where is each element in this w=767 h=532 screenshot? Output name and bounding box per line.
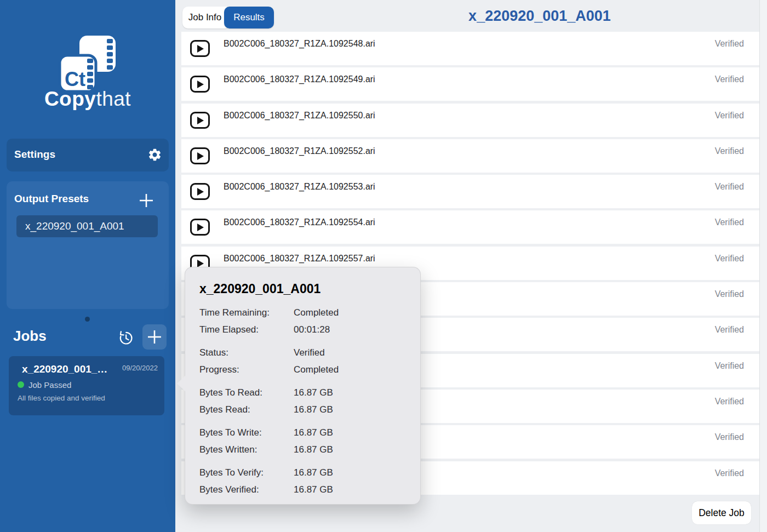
file-status: Verified	[715, 254, 744, 264]
table-row[interactable]: B002C006_180327_R1ZA.1092553.ari Verifie…	[181, 175, 759, 208]
file-name: B002C006_180327_R1ZA.1092553.ari	[224, 182, 375, 192]
file-status: Verified	[715, 289, 744, 299]
app-logo-icon: Ct	[58, 34, 117, 95]
table-row[interactable]: B002C006_180327_R1ZA.1092550.ari Verifie…	[181, 104, 759, 137]
detail-label: Bytes Read:	[199, 404, 294, 415]
add-job-button[interactable]	[142, 324, 167, 350]
popover-detail-row: Progress: Completed	[199, 361, 406, 378]
file-name: B002C006_180327_R1ZA.1092549.ari	[224, 75, 375, 84]
file-name: B002C006_180327_R1ZA.1092557.ari	[224, 254, 375, 264]
preset-item-label: x_220920_001_A001	[25, 220, 124, 232]
detail-value: 16.87 GB	[294, 467, 333, 478]
play-button[interactable]	[190, 112, 210, 129]
file-status: Verified	[715, 75, 744, 84]
preset-item[interactable]: x_220920_001_A001	[16, 215, 158, 237]
detail-value: 16.87 GB	[294, 387, 333, 398]
file-status: Verified	[715, 218, 744, 227]
popover-detail-row: Bytes Written: 16.87 GB	[199, 441, 406, 458]
output-presets-title: Output Presets	[14, 193, 89, 205]
file-status: Verified	[715, 182, 744, 192]
file-name: B002C006_180327_R1ZA.1092554.ari	[224, 218, 375, 227]
detail-label: Bytes Verified:	[199, 484, 294, 495]
table-row[interactable]: B002C006_180327_R1ZA.1092552.ari Verifie…	[181, 139, 759, 173]
file-name: B002C006_180327_R1ZA.1092552.ari	[224, 146, 375, 156]
play-button[interactable]	[190, 76, 210, 93]
detail-value: 16.87 GB	[294, 484, 333, 495]
file-status: Verified	[715, 325, 744, 335]
detail-value: Verified	[294, 347, 325, 358]
sidebar: Ct Copythat Settings Output Presets x_22…	[0, 0, 175, 532]
jobs-title: Jobs	[13, 328, 47, 345]
play-icon	[197, 152, 204, 160]
job-card-title: x_220920_001_…	[22, 363, 107, 375]
page-title: x_220920_001_A001	[416, 8, 663, 25]
file-status: Verified	[715, 146, 744, 156]
tab-job-info[interactable]: Job Info	[182, 7, 227, 28]
file-name: B002C006_180327_R1ZA.1092550.ari	[224, 111, 375, 121]
job-detail-popover: x_220920_001_A001 Time Remaining: Comple…	[185, 267, 421, 505]
play-button[interactable]	[190, 147, 210, 164]
plus-icon	[146, 328, 163, 346]
job-status-detail: All files copied and verified	[18, 394, 105, 402]
pager-dot	[85, 317, 90, 322]
popover-detail-list: Time Remaining: Completed Time Elapsed: …	[199, 304, 406, 498]
play-icon	[197, 81, 204, 88]
settings-label: Settings	[14, 148, 55, 161]
detail-label: Bytes To Write:	[199, 427, 294, 438]
table-row[interactable]: B002C006_180327_R1ZA.1092548.ari Verifie…	[181, 32, 759, 65]
table-row[interactable]: B002C006_180327_R1ZA.1092549.ari Verifie…	[181, 67, 759, 101]
popover-detail-row: Bytes To Write: 16.87 GB	[199, 424, 406, 441]
detail-value: Completed	[294, 307, 339, 318]
detail-value: 16.87 GB	[294, 427, 333, 438]
detail-value: Completed	[294, 364, 339, 375]
detail-label: Status:	[199, 347, 294, 358]
file-status: Verified	[715, 111, 744, 121]
detail-value: 00:01:28	[294, 324, 330, 335]
detail-label: Time Remaining:	[199, 307, 294, 318]
popover-title: x_220920_001_A001	[199, 282, 320, 296]
play-button[interactable]	[190, 183, 210, 200]
popover-detail-row: Bytes Read: 16.87 GB	[199, 401, 406, 418]
play-icon	[197, 188, 204, 196]
detail-label: Bytes To Verify:	[199, 467, 294, 478]
popover-detail-row: Status: Verified	[199, 344, 406, 361]
tab-results[interactable]: Results	[224, 7, 274, 28]
play-icon	[197, 45, 204, 53]
play-icon	[197, 224, 204, 231]
popover-detail-row: Bytes To Read: 16.87 GB	[199, 384, 406, 401]
table-row[interactable]: B002C006_180327_R1ZA.1092554.ari Verifie…	[181, 210, 759, 244]
detail-value: 16.87 GB	[294, 444, 333, 455]
popover-detail-row: Time Elapsed: 00:01:28	[199, 321, 406, 338]
detail-value: 16.87 GB	[294, 404, 333, 415]
delete-job-button[interactable]: Delete Job	[692, 501, 751, 524]
gear-icon[interactable]	[147, 147, 162, 162]
detail-label: Bytes To Read:	[199, 387, 294, 398]
play-icon	[197, 117, 204, 124]
popover-detail-row: Bytes To Verify: 16.87 GB	[199, 464, 406, 481]
add-preset-icon[interactable]	[138, 192, 154, 209]
scrollbar-track[interactable]	[759, 0, 767, 532]
job-card-date: 09/20/2022	[122, 364, 158, 372]
file-status: Verified	[715, 432, 744, 442]
popover-detail-row: Bytes Verified: 16.87 GB	[199, 481, 406, 498]
popover-arrow	[177, 375, 186, 392]
file-name: B002C006_180327_R1ZA.1092548.ari	[224, 39, 375, 49]
file-status: Verified	[715, 361, 744, 371]
settings-button[interactable]: Settings	[7, 139, 169, 171]
file-status: Verified	[715, 397, 744, 407]
history-icon	[117, 329, 134, 346]
output-presets-panel: Output Presets x_220920_001_A001	[7, 181, 169, 309]
job-history-button[interactable]	[115, 328, 136, 347]
job-card[interactable]: x_220920_001_… 09/20/2022 Job Passed All…	[9, 356, 164, 415]
svg-text:Ct: Ct	[65, 68, 85, 90]
play-button[interactable]	[190, 219, 210, 236]
detail-label: Time Elapsed:	[199, 324, 294, 335]
job-status-dot	[18, 381, 24, 388]
detail-label: Bytes Written:	[199, 444, 294, 455]
job-status-text: Job Passed	[28, 380, 71, 390]
play-icon	[197, 260, 204, 267]
play-button[interactable]	[190, 40, 210, 57]
detail-label: Progress:	[199, 364, 294, 375]
app-wordmark: Copythat	[0, 88, 175, 111]
popover-detail-row: Time Remaining: Completed	[199, 304, 406, 321]
